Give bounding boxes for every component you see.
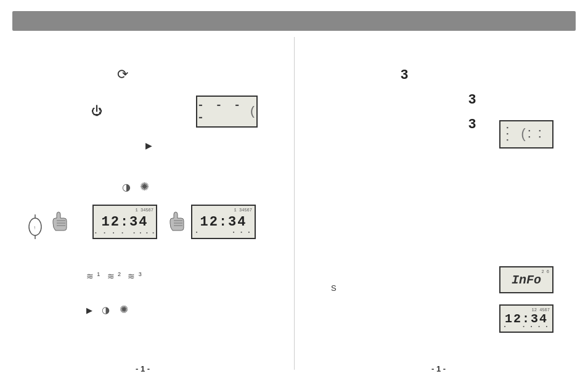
lcd2-dots: ▪ ▪ ▪ ▪ ▪ ▪ ▪ ▪ xyxy=(94,230,156,235)
left-page-number: - 1 - xyxy=(136,364,150,373)
lcd-display-3: 1 34567 12:34 ▪ ▪ ▪ ▪ xyxy=(191,205,256,239)
right-bold3-a: 3 xyxy=(401,67,408,83)
bottom-icons-row: ▶ ◑ ✺ xyxy=(86,303,128,316)
right-page-number: - 1 - xyxy=(431,364,446,373)
lcd-right1-phone: ( xyxy=(520,127,528,142)
clock-right-dotsright: ▪ ▪ ▪ ▪ xyxy=(523,324,549,329)
bottom-moon-icon: ◑ xyxy=(102,304,110,315)
lcd2-time: 12:34 xyxy=(101,214,148,230)
lcd3-dotsright: ▪ ▪ ▪ xyxy=(232,230,251,235)
thumb-icon-left xyxy=(51,210,68,234)
power-icon: ⏻ xyxy=(91,105,102,118)
brightness-icons-row: ◑ ✺ xyxy=(122,180,149,194)
wave-icon-1: ≋ xyxy=(86,271,94,281)
wave-sup-1: 1 xyxy=(97,271,100,277)
right-bold3-b: 3 xyxy=(468,91,476,107)
center-divider xyxy=(294,37,295,370)
right-bold3-c: 3 xyxy=(468,116,476,132)
info-corner-nums: 2 6 xyxy=(541,269,549,274)
lcd-info-display: 2 6 InFo xyxy=(499,266,553,293)
top-bar xyxy=(12,11,576,31)
dial-icon: ↑ xyxy=(26,214,44,241)
lcd2-topnum: 1 34567 xyxy=(136,208,153,213)
bottom-play-icon: ▶ xyxy=(86,306,92,315)
wave-icon-2: ≋ xyxy=(107,271,115,281)
lcd-display-1: - - - - ( xyxy=(196,96,258,128)
clock-right-dotleft: ▪ xyxy=(504,324,506,329)
lcd3-topnum: 1 34567 xyxy=(234,208,252,213)
lcd-right1-dots1: ▪ ▪ ▪ xyxy=(505,125,520,144)
lcd3-dotleft: ▪ xyxy=(195,230,198,235)
thumb-icon-right xyxy=(168,210,185,234)
lcd-display-right-1: ▪ ▪ ▪ ( ▪ ▪ ▪ ▪ xyxy=(499,120,553,149)
wifi-icon: ⟳ xyxy=(117,67,128,83)
svg-text:↑: ↑ xyxy=(33,225,36,230)
sun-icon: ✺ xyxy=(140,181,149,193)
clock-right-topnum: 12 4567 xyxy=(532,308,550,312)
moon-icon: ◑ xyxy=(122,182,131,192)
bottom-sun-icon: ✺ xyxy=(120,304,128,316)
lcd-clock-display-right: 12 4567 12:34 ▪ ▪ ▪ ▪ ▪ xyxy=(499,304,553,333)
lcd-right1-dots2: ▪ ▪ ▪ ▪ xyxy=(528,128,547,141)
info-text: InFo xyxy=(512,273,541,287)
s-label: S xyxy=(331,283,337,293)
alarm-icons-row: ≋ 1 ≋ 2 ≋ 3 xyxy=(86,271,142,281)
lcd-display-2: 1 34567 12:34 ▪ ▪ ▪ ▪ ▪ ▪ ▪ ▪ xyxy=(92,205,157,239)
wave-sup-3: 3 xyxy=(139,271,142,277)
wave-icon-3: ≋ xyxy=(128,271,135,281)
play-icon: ▶ xyxy=(145,141,152,150)
wave-sup-2: 2 xyxy=(118,271,121,277)
lcd1-dashes: - - - - xyxy=(197,99,245,124)
lcd3-time: 12:34 xyxy=(200,214,247,230)
lcd1-phone: ( xyxy=(249,105,256,119)
